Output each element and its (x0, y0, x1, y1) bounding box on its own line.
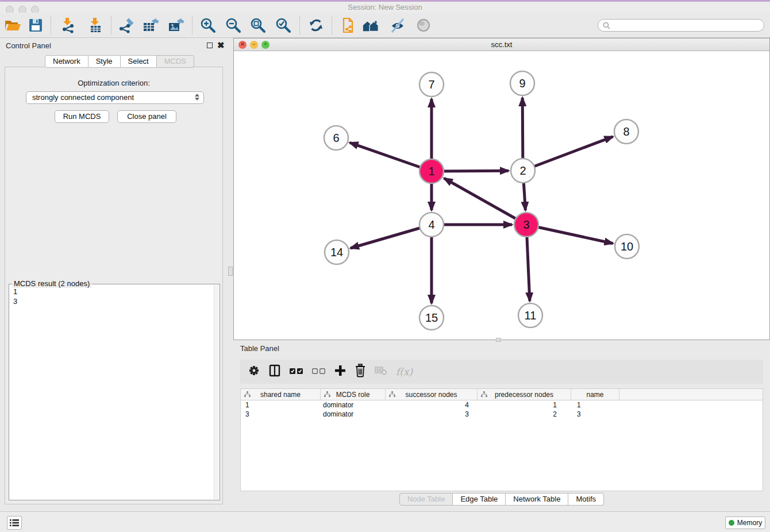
task-history-button[interactable] (7, 516, 22, 530)
edge-2-8[interactable] (523, 137, 613, 171)
table-cell[interactable]: 1 (241, 400, 321, 410)
import-table-icon[interactable] (86, 17, 105, 34)
table-header-row: shared name MCDS role successor nodes pr… (241, 389, 763, 400)
toolbar-separator (299, 16, 300, 34)
node-label-8: 8 (623, 125, 629, 138)
node-label-6: 6 (333, 132, 339, 144)
node-label-10: 10 (621, 240, 633, 253)
panel-splitter[interactable] (228, 38, 233, 510)
mcds-panel: Optimization criterion: strongly connect… (5, 67, 223, 504)
control-panel: Control Panel ✖ Network Style Select MCD… (0, 38, 228, 510)
node-label-7: 7 (428, 78, 434, 91)
table-tabs: Node Table Edge Table Network Table Moti… (233, 493, 770, 506)
splitter-handle[interactable] (228, 267, 233, 276)
table-cell[interactable]: 3 (241, 410, 321, 419)
tab-network-table[interactable]: Network Table (506, 493, 568, 506)
node-label-4: 4 (428, 218, 434, 231)
zoom-out-icon[interactable] (224, 17, 242, 34)
table-row[interactable]: 3dominator323 (241, 410, 763, 419)
network-from-document-icon[interactable] (338, 17, 357, 34)
export-table-icon[interactable] (141, 17, 160, 34)
run-mcds-button[interactable]: Run MCDS (55, 110, 109, 123)
tab-mcds[interactable]: MCDS (157, 55, 194, 68)
minimize-network-button[interactable]: − (250, 41, 258, 49)
import-network-icon[interactable] (59, 17, 77, 34)
refresh-icon[interactable] (307, 17, 325, 34)
criterion-value: strongly connected component (32, 93, 134, 102)
table-cell[interactable]: 1 (478, 400, 571, 410)
table-cell (619, 410, 763, 419)
node-table: shared name MCDS role successor nodes pr… (240, 388, 763, 491)
close-panel-icon[interactable]: ✖ (217, 43, 225, 48)
table-cell[interactable]: dominator (321, 400, 386, 410)
delete-table-icon (375, 365, 387, 378)
node-label-1: 1 (428, 165, 434, 178)
search-input[interactable] (598, 19, 764, 32)
column-visibility-icon[interactable] (268, 364, 281, 379)
list-icon (10, 519, 19, 527)
close-network-button[interactable]: ✕ (238, 41, 247, 49)
tab-motifs[interactable]: Motifs (568, 493, 604, 506)
delete-column-icon[interactable] (355, 364, 366, 380)
node-label-3: 3 (523, 218, 529, 231)
table-cell[interactable]: 3 (571, 410, 619, 419)
save-session-icon[interactable] (26, 17, 45, 34)
control-panel-tabs: Network Style Select MCDS (45, 55, 194, 68)
deselect-all-icon[interactable] (312, 367, 326, 377)
column-header-filler (619, 389, 763, 400)
node-label-11: 11 (525, 309, 537, 322)
toolbar-separator (332, 16, 332, 34)
edge-1-6[interactable] (350, 142, 432, 171)
select-all-icon[interactable] (290, 367, 303, 377)
export-network-icon[interactable] (116, 17, 134, 34)
column-header-mcds-role[interactable]: MCDS role (321, 389, 386, 400)
network-window-controls[interactable]: ✕ − + (238, 41, 270, 49)
open-session-icon[interactable] (3, 17, 22, 34)
node-label-9: 9 (519, 77, 525, 90)
criterion-dropdown[interactable]: strongly connected component (26, 91, 204, 104)
search-field[interactable] (613, 21, 764, 29)
tab-style[interactable]: Style (88, 55, 121, 68)
column-header-name[interactable]: name (571, 389, 619, 400)
memory-label: Memory (737, 519, 762, 527)
column-header-shared-name[interactable]: shared name (241, 389, 321, 400)
edge-3-10[interactable] (526, 225, 613, 244)
table-cell[interactable]: 4 (386, 400, 478, 410)
network-window-titlebar[interactable]: ✕ − + scc.txt (234, 38, 769, 51)
memory-status-icon (729, 520, 734, 526)
table-options-icon[interactable] (248, 365, 260, 379)
tab-edge-table[interactable]: Edge Table (453, 493, 506, 506)
search-icon (603, 22, 610, 29)
edge-3-1[interactable] (444, 178, 526, 225)
maximize-network-button[interactable]: + (261, 41, 270, 49)
memory-button[interactable]: Memory (725, 516, 765, 529)
table-cell[interactable]: 1 (571, 400, 619, 410)
column-header-successor-nodes[interactable]: successor nodes (386, 389, 478, 400)
tab-network[interactable]: Network (45, 55, 88, 68)
app-title: Session: New Session (0, 2, 770, 13)
result-scrollbar[interactable] (214, 285, 219, 499)
node-label-14: 14 (330, 246, 343, 259)
zoom-in-icon[interactable] (199, 17, 217, 34)
table-cell[interactable]: 2 (478, 410, 571, 419)
mcds-result-box: MCDS result (2 nodes) 1 3 (9, 284, 220, 500)
table-cell[interactable]: dominator (321, 410, 386, 419)
export-image-icon[interactable] (167, 17, 185, 34)
table-cell[interactable]: 3 (386, 410, 478, 419)
zoom-fit-icon[interactable] (249, 17, 267, 34)
table-row[interactable]: 1dominator411 (241, 400, 763, 410)
hide-graphics-details-icon[interactable] (388, 17, 407, 34)
float-panel-icon[interactable] (207, 43, 213, 48)
network-title: scc.txt (234, 38, 769, 51)
main-toolbar (0, 13, 770, 38)
add-column-icon[interactable] (334, 365, 346, 379)
tab-select[interactable]: Select (121, 55, 157, 68)
app-titlebar: Session: New Session (0, 2, 770, 13)
network-canvas[interactable]: 7968124314101511 (234, 51, 769, 340)
toolbar-separator (51, 16, 51, 34)
column-header-predecessor-nodes[interactable]: predecessor nodes (478, 389, 571, 400)
zoom-selected-icon[interactable] (274, 17, 292, 34)
home-icon[interactable] (362, 17, 380, 34)
tab-node-table[interactable]: Node Table (399, 493, 453, 506)
close-panel-button[interactable]: Close panel (117, 110, 176, 123)
